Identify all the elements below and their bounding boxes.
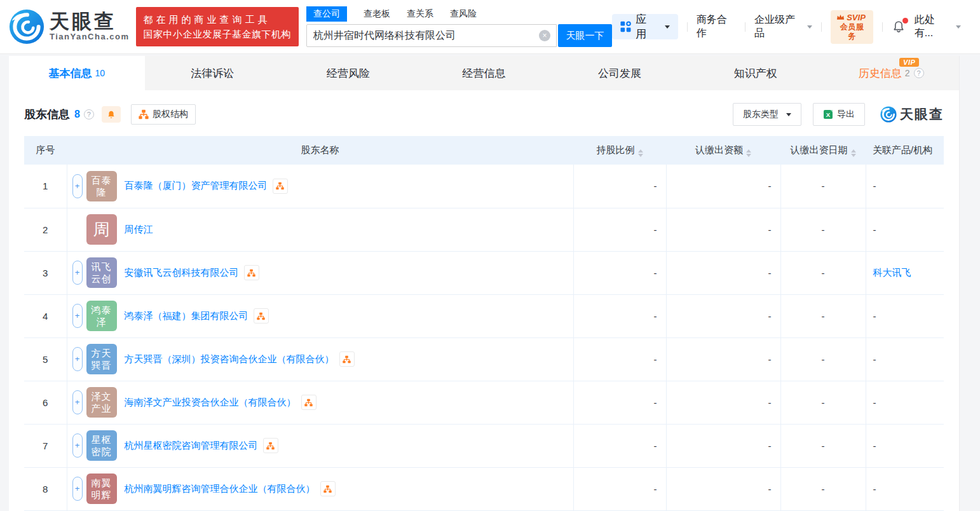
shareholder-name-wrap: +方天巽晋方天巽晋（深圳）投资咨询合伙企业（有限合伙） <box>67 344 573 374</box>
related-cell: - <box>866 467 944 510</box>
date-cell: - <box>780 165 866 208</box>
shareholder-avatar: 鸿泰泽 <box>86 301 117 331</box>
serial-cell: 8 <box>24 467 67 510</box>
amount-cell: - <box>666 165 780 208</box>
search-tab-company[interactable]: 查公司 <box>306 6 347 22</box>
shareholder-count: 8 <box>74 109 80 120</box>
shareholder-name-link[interactable]: 周传江 <box>125 224 153 236</box>
subscribe-bell-button[interactable] <box>102 106 121 123</box>
related-cell: 科大讯飞 <box>866 251 944 294</box>
divider <box>687 22 688 32</box>
nav-tab-count: 10 <box>95 68 105 78</box>
shareholder-avatar: 南翼明辉 <box>86 474 117 504</box>
equity-chart-icon[interactable] <box>263 438 278 453</box>
equity-chart-icon[interactable] <box>339 351 355 367</box>
user-menu-label: 此处有... <box>915 13 952 40</box>
divider <box>745 22 745 32</box>
serial-cell: 5 <box>24 337 67 381</box>
related-cell: - <box>866 294 944 337</box>
shareholder-name-link[interactable]: 百泰隆（厦门）资产管理有限公司 <box>125 180 268 192</box>
ratio-cell: - <box>573 165 666 208</box>
nav-tab-basic-info[interactable]: 基本信息10 <box>9 56 145 90</box>
sort-icon[interactable] <box>851 149 856 157</box>
expand-row-button[interactable]: + <box>72 390 83 414</box>
enterprise-products-link[interactable]: 企业级产品 <box>754 13 812 40</box>
equity-structure-button[interactable]: 股权结构 <box>131 104 196 125</box>
shareholder-avatar: 百泰隆 <box>86 171 117 201</box>
nav-tab-label: 历史信息 <box>859 66 902 81</box>
clear-search-icon[interactable]: × <box>539 30 550 41</box>
svg-text:X: X <box>826 111 831 118</box>
equity-chart-icon[interactable] <box>254 308 269 324</box>
user-menu[interactable]: 此处有... <box>915 13 961 40</box>
shareholder-name-link[interactable]: 杭州南翼明辉咨询管理合伙企业（有限合伙） <box>125 483 315 495</box>
expand-row-button[interactable]: + <box>72 477 83 501</box>
nav-tab-legal[interactable]: 法律诉讼 <box>145 56 281 90</box>
ratio-cell: - <box>573 381 666 424</box>
date-cell: - <box>780 251 866 294</box>
sort-icon[interactable] <box>746 149 751 157</box>
tianyancha-logo[interactable]: 天眼查 TianYanCha.com <box>9 9 130 44</box>
shareholder-name-wrap: +周周传江 <box>67 214 573 245</box>
business-cooperation-link[interactable]: 商务合作 <box>697 13 736 40</box>
nav-tab-development[interactable]: 公司发展 <box>552 56 688 90</box>
svip-member-button[interactable]: SVIP 会员服务 <box>831 10 873 44</box>
nav-tab-label: 法律诉讼 <box>191 66 234 81</box>
equity-chart-icon[interactable] <box>273 179 288 194</box>
column-header-date[interactable]: 认缴出资日期 <box>780 136 866 165</box>
expand-row-button[interactable]: + <box>72 304 83 328</box>
sort-icon[interactable] <box>638 149 643 157</box>
amount-cell: - <box>666 467 780 510</box>
column-header-ratio[interactable]: 持股比例 <box>573 136 666 165</box>
ratio-cell: - <box>573 294 666 337</box>
amount-cell: - <box>666 208 780 251</box>
nav-tab-operation-risk[interactable]: 经营风险 <box>280 56 416 90</box>
company-nav-tabs: 基本信息10法律诉讼经营风险经营信息公司发展知识产权历史信息2?VIP <box>9 56 959 90</box>
notifications-button[interactable] <box>892 20 906 34</box>
ratio-cell: - <box>573 424 666 467</box>
export-button[interactable]: X 导出 <box>813 103 865 126</box>
shareholder-name-wrap: +星枢密院杭州星枢密院咨询管理有限公司 <box>67 430 573 461</box>
shareholder-name-cell: +讯飞云创安徽讯飞云创科技有限公司 <box>67 251 573 294</box>
top-menu: 应用 商务合作 企业级产品 SVIP 会员服务 <box>612 10 961 44</box>
search-input[interactable] <box>306 24 557 47</box>
shareholder-name-link[interactable]: 鸿泰泽（福建）集团有限公司 <box>125 310 248 322</box>
search-tab-risk[interactable]: 查风险 <box>450 6 477 22</box>
search-tab-boss[interactable]: 查老板 <box>364 6 390 22</box>
shareholder-name-link[interactable]: 安徽讯飞云创科技有限公司 <box>125 267 239 279</box>
table-header-row: 序号 股东名称 持股比例 认缴出资额 认缴出资日期 关联产品/机构 <box>24 136 944 165</box>
related-product-link[interactable]: 科大讯飞 <box>873 267 911 278</box>
equity-chart-icon[interactable] <box>244 265 259 280</box>
orange-bell-icon <box>107 110 116 119</box>
related-cell: - <box>866 208 944 251</box>
help-icon[interactable]: ? <box>84 109 94 119</box>
nav-tab-label: 公司发展 <box>598 66 641 81</box>
help-icon[interactable]: ? <box>914 68 924 78</box>
related-cell: - <box>866 337 944 381</box>
shareholder-name-wrap: +百泰隆百泰隆（厦门）资产管理有限公司 <box>67 171 573 201</box>
nav-tab-operation-info[interactable]: 经营信息 <box>416 56 552 90</box>
nav-tab-history[interactable]: 历史信息2?VIP <box>823 56 959 90</box>
shareholder-row: 3+讯飞云创安徽讯飞云创科技有限公司---科大讯飞 <box>24 251 944 294</box>
expand-row-button[interactable]: + <box>72 347 83 371</box>
shareholder-name-link[interactable]: 海南泽文产业投资合伙企业（有限合伙） <box>125 397 296 409</box>
shareholder-type-filter[interactable]: 股东类型 <box>733 103 801 126</box>
nav-tab-label: 经营风险 <box>327 66 370 81</box>
equity-chart-icon[interactable] <box>320 481 336 496</box>
shareholder-name-link[interactable]: 杭州星枢密院咨询管理有限公司 <box>125 440 258 452</box>
shareholder-name-link[interactable]: 方天巽晋（深圳）投资咨询合伙企业（有限合伙） <box>125 353 334 365</box>
nav-tab-intellectual-property[interactable]: 知识产权 <box>688 56 824 90</box>
shareholder-name-wrap: +讯飞云创安徽讯飞云创科技有限公司 <box>67 257 573 288</box>
expand-row-button[interactable]: + <box>72 433 83 458</box>
serial-cell: 4 <box>24 294 67 337</box>
apps-button[interactable]: 应用 <box>612 14 678 39</box>
expand-row-button[interactable]: + <box>72 261 83 285</box>
equity-chart-icon[interactable] <box>301 395 316 410</box>
column-header-amount[interactable]: 认缴出资额 <box>666 136 780 165</box>
search-tabs: 查公司查老板查关系查风险 <box>306 6 612 22</box>
svip-line1: SVIP <box>836 13 868 22</box>
search-button[interactable]: 天眼一下 <box>558 24 612 47</box>
apps-label: 应用 <box>636 12 657 41</box>
expand-row-button[interactable]: + <box>72 174 83 198</box>
search-tab-relation[interactable]: 查关系 <box>407 6 433 22</box>
